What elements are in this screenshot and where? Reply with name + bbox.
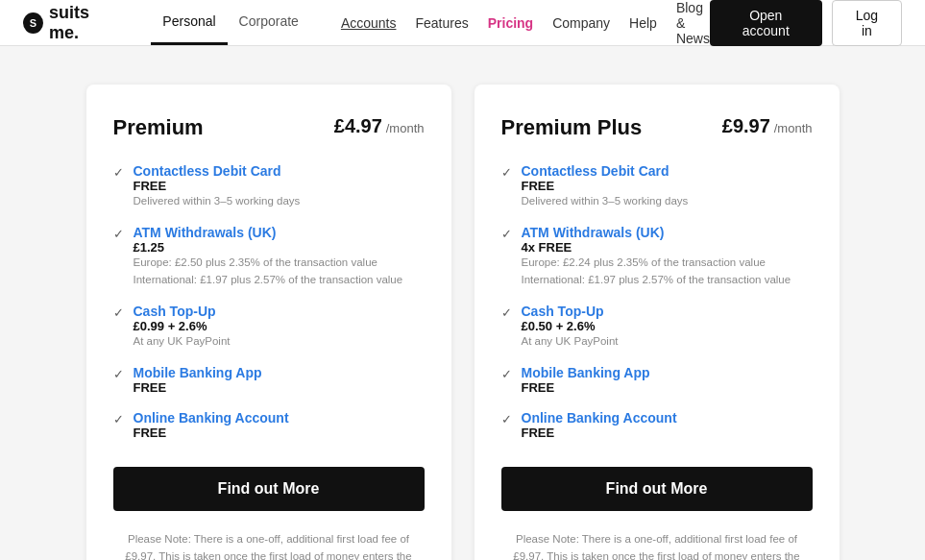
logo-icon: S bbox=[23, 12, 43, 34]
card-title: Premium Plus bbox=[501, 115, 643, 140]
nav-features[interactable]: Features bbox=[415, 15, 468, 31]
feature-name: Contactless Debit Card bbox=[134, 163, 301, 179]
feature-content: Mobile Banking App FREE bbox=[134, 365, 262, 395]
check-icon: ✓ bbox=[501, 305, 512, 320]
nav-actions: Open account Log in bbox=[710, 0, 902, 46]
check-icon: ✓ bbox=[113, 367, 124, 381]
feature-name: Mobile Banking App bbox=[522, 365, 650, 380]
feature-name: ATM Withdrawals (UK) bbox=[134, 225, 403, 240]
card-note: Please Note: There is a one-off, additio… bbox=[113, 530, 425, 560]
feature-detail: International: £1.97 plus 2.57% of the t… bbox=[522, 272, 791, 288]
feature-content: Cash Top-Up £0.99 + 2.6% At any UK PayPo… bbox=[134, 304, 231, 350]
feature-content: Contactless Debit Card FREE Delivered wi… bbox=[134, 163, 301, 209]
card-price: £4.97 /month bbox=[334, 115, 425, 137]
feature-detail: Europe: £2.50 plus 2.35% of the transact… bbox=[134, 255, 403, 271]
nav-links: Accounts Features Pricing Company Help B… bbox=[341, 0, 710, 46]
login-button[interactable]: Log in bbox=[832, 0, 902, 46]
card-price: £9.97 /month bbox=[722, 115, 813, 137]
card-note: Please Note: There is a one-off, additio… bbox=[501, 530, 813, 560]
feature-name: Contactless Debit Card bbox=[522, 163, 689, 179]
price-period: /month bbox=[386, 121, 425, 135]
feature-name: Online Banking Account bbox=[522, 410, 677, 426]
feature-item: ✓ Online Banking Account FREE bbox=[113, 410, 425, 440]
feature-content: Online Banking Account FREE bbox=[522, 410, 677, 440]
feature-item: ✓ Mobile Banking App FREE bbox=[501, 365, 813, 395]
find-out-more-button-premium-plus[interactable]: Find out More bbox=[501, 467, 813, 511]
check-icon: ✓ bbox=[113, 412, 124, 426]
find-out-more-button-premium[interactable]: Find out More bbox=[113, 467, 425, 511]
feature-item: ✓ Contactless Debit Card FREE Delivered … bbox=[501, 163, 813, 209]
check-icon: ✓ bbox=[113, 227, 124, 241]
feature-name: Cash Top-Up bbox=[522, 304, 619, 319]
feature-detail: Europe: £2.24 plus 2.35% of the transact… bbox=[522, 255, 791, 271]
check-icon: ✓ bbox=[113, 305, 124, 320]
check-icon: ✓ bbox=[501, 165, 512, 180]
feature-value: £1.25 bbox=[134, 240, 403, 255]
feature-item: ✓ Mobile Banking App FREE bbox=[113, 365, 425, 395]
feature-content: Online Banking Account FREE bbox=[134, 410, 289, 440]
feature-list: ✓ Contactless Debit Card FREE Delivered … bbox=[113, 163, 425, 440]
navbar: S suits me. Personal Corporate Accounts … bbox=[0, 0, 925, 46]
feature-value: FREE bbox=[134, 380, 262, 395]
nav-pricing[interactable]: Pricing bbox=[488, 15, 533, 31]
check-icon: ✓ bbox=[501, 367, 512, 381]
feature-item: ✓ Cash Top-Up £0.50 + 2.6% At any UK Pay… bbox=[501, 304, 813, 350]
tab-personal[interactable]: Personal bbox=[151, 0, 227, 45]
feature-content: Cash Top-Up £0.50 + 2.6% At any UK PayPo… bbox=[522, 304, 619, 350]
feature-content: ATM Withdrawals (UK) £1.25 Europe: £2.50… bbox=[134, 225, 403, 288]
card-header: Premium £4.97 /month bbox=[113, 115, 425, 140]
logo-text: suits me. bbox=[49, 3, 120, 43]
main-content: Premium £4.97 /month ✓ Contactless Debit… bbox=[0, 46, 925, 560]
feature-detail: At any UK PayPoint bbox=[134, 333, 231, 350]
feature-value: 4x FREE bbox=[522, 240, 791, 255]
nav-blog[interactable]: Blog & News bbox=[676, 0, 710, 46]
nav-tabs: Personal Corporate bbox=[151, 0, 310, 45]
feature-value: £0.99 + 2.6% bbox=[134, 319, 231, 333]
card-header: Premium Plus £9.97 /month bbox=[501, 115, 813, 140]
feature-value: £0.50 + 2.6% bbox=[522, 319, 619, 333]
price-period: /month bbox=[774, 121, 813, 135]
feature-detail: Delivered within 3–5 working days bbox=[522, 193, 689, 209]
card-title: Premium bbox=[113, 115, 204, 140]
feature-name: ATM Withdrawals (UK) bbox=[522, 225, 791, 240]
feature-item: ✓ Cash Top-Up £0.99 + 2.6% At any UK Pay… bbox=[113, 304, 425, 350]
nav-help[interactable]: Help bbox=[629, 15, 657, 31]
price-amount: £4.97 bbox=[334, 115, 382, 136]
feature-item: ✓ ATM Withdrawals (UK) 4x FREE Europe: £… bbox=[501, 225, 813, 288]
feature-name: Cash Top-Up bbox=[134, 304, 231, 319]
feature-list: ✓ Contactless Debit Card FREE Delivered … bbox=[501, 163, 813, 440]
feature-name: Online Banking Account bbox=[134, 410, 289, 426]
feature-detail: Delivered within 3–5 working days bbox=[134, 193, 301, 209]
feature-item: ✓ Contactless Debit Card FREE Delivered … bbox=[113, 163, 425, 209]
nav-company[interactable]: Company bbox=[552, 15, 610, 31]
logo: S suits me. bbox=[23, 3, 120, 43]
card-premium: Premium £4.97 /month ✓ Contactless Debit… bbox=[86, 85, 451, 560]
feature-content: Contactless Debit Card FREE Delivered wi… bbox=[522, 163, 689, 209]
feature-value: FREE bbox=[134, 179, 301, 193]
feature-detail: International: £1.97 plus 2.57% of the t… bbox=[134, 272, 403, 288]
card-premium-plus: Premium Plus £9.97 /month ✓ Contactless … bbox=[475, 85, 840, 560]
feature-value: FREE bbox=[134, 426, 289, 440]
feature-value: FREE bbox=[522, 179, 689, 193]
feature-value: FREE bbox=[522, 426, 677, 440]
check-icon: ✓ bbox=[113, 165, 124, 180]
check-icon: ✓ bbox=[501, 412, 512, 426]
check-icon: ✓ bbox=[501, 227, 512, 241]
tab-corporate[interactable]: Corporate bbox=[228, 0, 310, 45]
feature-item: ✓ Online Banking Account FREE bbox=[501, 410, 813, 440]
feature-value: FREE bbox=[522, 380, 650, 395]
nav-accounts[interactable]: Accounts bbox=[341, 15, 397, 31]
feature-content: ATM Withdrawals (UK) 4x FREE Europe: £2.… bbox=[522, 225, 791, 288]
feature-name: Mobile Banking App bbox=[134, 365, 262, 380]
feature-detail: At any UK PayPoint bbox=[522, 333, 619, 350]
price-amount: £9.97 bbox=[722, 115, 770, 136]
feature-item: ✓ ATM Withdrawals (UK) £1.25 Europe: £2.… bbox=[113, 225, 425, 288]
open-account-button[interactable]: Open account bbox=[710, 0, 822, 46]
feature-content: Mobile Banking App FREE bbox=[522, 365, 650, 395]
